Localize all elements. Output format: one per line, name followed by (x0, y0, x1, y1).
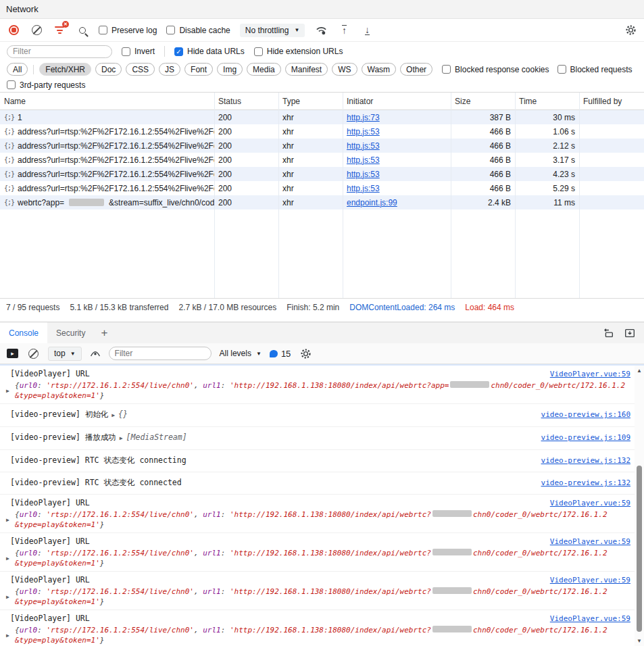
type-filter-css[interactable]: CSS (126, 63, 155, 76)
column-header-initiator[interactable]: Initiator (343, 97, 451, 106)
source-location-link[interactable]: VideoPlayer.vue:59 (550, 613, 630, 624)
network-filter-input[interactable] (7, 45, 112, 58)
expand-triangle-icon[interactable]: ▶ (120, 432, 123, 444)
invert-checkbox[interactable]: Invert (122, 47, 155, 56)
type-filter-media[interactable]: Media (247, 63, 281, 76)
expand-triangle-icon[interactable]: ▶ (6, 548, 15, 568)
disable-cache-checkbox[interactable]: Disable cache (166, 26, 230, 35)
add-drawer-tab-button[interactable]: + (94, 322, 114, 343)
tab-console[interactable]: Console (0, 322, 47, 343)
request-name-cell[interactable]: {;}address?url=rtsp:%2F%2F172.16.1.2:554… (0, 141, 214, 151)
expand-triangle-icon[interactable]: ▶ (112, 409, 115, 421)
source-location-link[interactable]: video-preview.js:132 (541, 455, 630, 466)
console-sidebar-toggle-icon[interactable]: ▸ (7, 349, 18, 358)
request-name-cell[interactable]: {;}address?url=rtsp:%2F%2F172.16.1.2:554… (0, 184, 214, 193)
initiator-link[interactable]: http.js:53 (347, 155, 380, 165)
request-name-cell[interactable]: {;}address?url=rtsp:%2F%2F172.16.1.2:554… (0, 127, 214, 136)
expand-triangle-icon[interactable]: ▶ (6, 510, 15, 530)
console-message[interactable]: [VideoPlayer] URLVideoPlayer.vue:59▶{url… (0, 495, 635, 533)
initiator-link[interactable]: endpoint.js:99 (347, 198, 397, 207)
network-request-row[interactable]: {;}address?url=rtsp:%2F%2F172.16.1.2:554… (0, 181, 644, 195)
column-header-type[interactable]: Type (278, 97, 343, 106)
blocked-requests-checkbox[interactable]: Blocked requests (558, 65, 633, 74)
object-preview[interactable]: [MediaStream] (126, 432, 187, 443)
source-location-link[interactable]: video-preview.js:132 (541, 477, 630, 489)
import-har-button[interactable]: ↑ (337, 24, 351, 37)
type-filter-doc[interactable]: Doc (95, 63, 122, 76)
console-message[interactable]: [VideoPlayer] URLVideoPlayer.vue:59▶{url… (0, 572, 635, 610)
source-location-link[interactable]: video-preview.js:109 (541, 432, 630, 443)
expand-drawer-icon[interactable] (624, 328, 636, 339)
console-message[interactable]: [VideoPlayer] URLVideoPlayer.vue:59▶{url… (0, 610, 635, 646)
scroll-down-arrow-icon[interactable]: ▼ (637, 638, 642, 644)
source-location-link[interactable]: video-preview.js:160 (541, 409, 630, 420)
tab-security[interactable]: Security (47, 322, 94, 343)
network-request-row[interactable]: {;}address?url=rtsp:%2F%2F172.16.1.2:554… (0, 153, 644, 167)
source-location-link[interactable]: VideoPlayer.vue:59 (550, 574, 630, 586)
initiator-link[interactable]: http.js:53 (347, 127, 380, 136)
console-scrollbar[interactable]: ▲ ▼ (635, 366, 644, 646)
filter-toggle-button[interactable]: ✕ (53, 24, 66, 37)
undock-drawer-icon[interactable] (602, 328, 614, 339)
search-button[interactable] (76, 24, 89, 37)
expand-triangle-icon[interactable]: ▶ (6, 625, 15, 645)
request-name-cell[interactable]: {;}1 (0, 113, 214, 122)
log-levels-select[interactable]: All levels ▼ (220, 349, 262, 358)
network-request-row[interactable]: {;}address?url=rtsp:%2F%2F172.16.1.2:554… (0, 124, 644, 139)
column-header-size[interactable]: Size (451, 97, 515, 106)
console-message[interactable]: [VideoPlayer] URLVideoPlayer.vue:59▶{url… (0, 533, 635, 572)
scroll-up-arrow-icon[interactable]: ▲ (637, 368, 642, 374)
initiator-link[interactable]: http.js:53 (347, 170, 380, 179)
network-conditions-button[interactable] (314, 24, 328, 37)
preserve-log-checkbox[interactable]: Preserve log (99, 26, 157, 35)
request-name-cell[interactable]: {;}address?url=rtsp:%2F%2F172.16.1.2:554… (0, 170, 214, 179)
console-filter-input[interactable] (109, 347, 212, 360)
hide-data-urls-checkbox[interactable]: ✓ Hide data URLs (174, 47, 245, 56)
network-request-row[interactable]: {;}webrtc?app=&stream=suffix_live/chn0/c… (0, 195, 644, 209)
network-request-row[interactable]: {;}address?url=rtsp:%2F%2F172.16.1.2:554… (0, 139, 644, 153)
clear-console-button[interactable] (26, 347, 40, 360)
throttling-select[interactable]: No throttling ▼ (240, 24, 305, 37)
console-message[interactable]: [video-preview] RTC 状态变化 connectedvideo-… (0, 472, 635, 495)
initiator-link[interactable]: http.js:73 (347, 113, 380, 122)
console-message[interactable]: [video-preview] RTC 状态变化 connectingvideo… (0, 450, 635, 472)
source-location-link[interactable]: VideoPlayer.vue:59 (550, 536, 630, 547)
column-header-status[interactable]: Status (214, 97, 278, 106)
third-party-requests-checkbox[interactable]: 3rd-party requests (7, 80, 85, 90)
column-header-name[interactable]: Name (0, 97, 214, 106)
message-count-indicator[interactable]: 15 (270, 349, 291, 359)
initiator-link[interactable]: http.js:53 (347, 141, 380, 151)
type-filter-other[interactable]: Other (400, 63, 432, 76)
source-location-link[interactable]: VideoPlayer.vue:59 (550, 497, 630, 509)
initiator-link[interactable]: http.js:53 (347, 184, 380, 193)
console-message[interactable]: [video-preview] 初始化▶{}video-preview.js:1… (0, 404, 635, 427)
expand-triangle-icon[interactable]: ▶ (6, 587, 15, 607)
network-request-row[interactable]: {;}address?url=rtsp:%2F%2F172.16.1.2:554… (0, 167, 644, 181)
type-filter-font[interactable]: Font (184, 63, 213, 76)
console-message[interactable]: [VideoPlayer] URLVideoPlayer.vue:59▶{url… (0, 366, 635, 404)
execution-context-select[interactable]: top ▼ (48, 347, 82, 361)
request-name-cell[interactable]: {;}webrtc?app=&stream=suffix_live/chn0/c… (0, 198, 214, 207)
column-header-time[interactable]: Time (515, 97, 579, 106)
hide-extension-urls-checkbox[interactable]: Hide extension URLs (254, 47, 343, 56)
record-network-log-button[interactable] (7, 24, 20, 37)
type-filter-manifest[interactable]: Manifest (285, 63, 328, 76)
type-filter-ws[interactable]: WS (332, 63, 357, 76)
console-settings-button[interactable] (299, 347, 312, 360)
type-filter-wasm[interactable]: Wasm (362, 63, 397, 76)
blocked-response-cookies-checkbox[interactable]: Blocked response cookies (442, 65, 549, 74)
network-request-row[interactable]: {;}1200xhrhttp.js:73387 B30 ms (0, 110, 644, 124)
object-preview[interactable]: {} (118, 409, 128, 420)
scrollbar-thumb[interactable] (637, 466, 642, 632)
live-expression-eye-icon[interactable] (90, 349, 101, 357)
export-har-button[interactable]: ↓ (360, 24, 374, 37)
panel-title[interactable]: Network (6, 4, 39, 14)
type-filter-js[interactable]: JS (159, 63, 180, 76)
type-filter-img[interactable]: Img (217, 63, 243, 76)
expand-triangle-icon[interactable]: ▶ (6, 380, 15, 401)
source-location-link[interactable]: VideoPlayer.vue:59 (550, 368, 630, 380)
network-settings-button[interactable] (624, 24, 637, 37)
type-filter-fetch-xhr[interactable]: Fetch/XHR (39, 63, 91, 76)
clear-network-log-button[interactable] (30, 24, 43, 37)
type-filter-all[interactable]: All (7, 63, 28, 76)
